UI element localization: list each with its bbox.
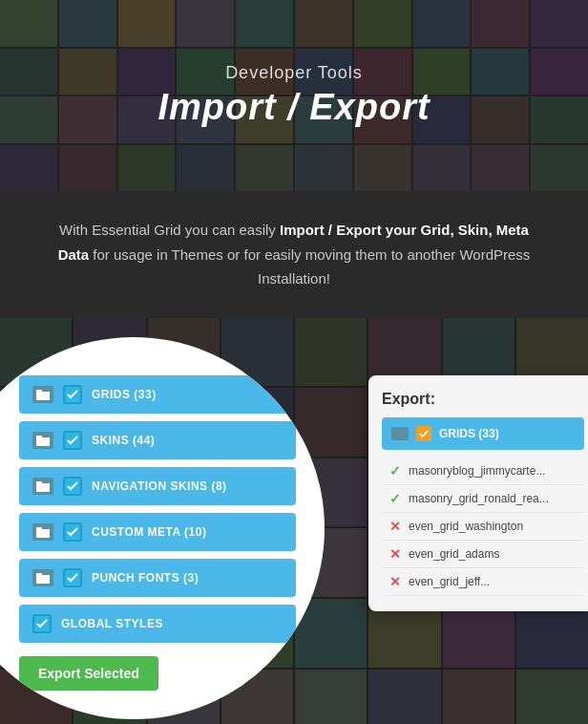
x-icon-3: ✕ (389, 546, 401, 562)
export-row-label-3: even_grid_adams (409, 547, 499, 561)
check-icon-0: ✓ (389, 463, 401, 479)
export-selected-button[interactable]: Export Selected (19, 656, 158, 691)
export-row-0: ✓ masonryblog_jimmycarte... (382, 458, 584, 485)
folder-icon-meta (32, 523, 53, 541)
checkbox-grids[interactable] (63, 385, 82, 404)
checklist-item-nav-skins[interactable]: NAVIGATION SKINS (8) (19, 467, 296, 505)
export-row-3: ✕ even_grid_adams (382, 541, 584, 568)
checklist-item-custom-meta[interactable]: CUSTOM META (10) (19, 513, 296, 551)
checklist-label-global-styles: GLOBAL STYLES (61, 617, 163, 630)
export-row-label-4: even_grid_jeff... (409, 575, 490, 588)
export-header-checkbox[interactable] (416, 426, 431, 441)
export-row-1: ✓ masonry_grid_ronald_rea... (382, 485, 584, 513)
description-text: With Essential Grid you can easily Impor… (57, 218, 531, 291)
export-folder-icon (391, 427, 409, 440)
checkbox-skins[interactable] (63, 431, 82, 450)
folder-icon (32, 386, 53, 403)
export-header-label: GRIDS (33) (439, 427, 499, 440)
x-icon-2: ✕ (389, 519, 401, 534)
checklist-label-nav-skins: NAVIGATION SKINS (8) (92, 479, 227, 493)
checklist-label-skins: SKINS (44) (92, 434, 155, 447)
content-section: GRIDS (33) SKINS (44) NAVIGATION SKINS (… (0, 318, 588, 725)
folder-icon-skins (32, 432, 53, 449)
checklist-label-grids: GRIDS (33) (92, 388, 157, 401)
checklist-label-custom-meta: CUSTOM META (10) (92, 525, 206, 539)
checklist-item-fonts[interactable]: PUNCH FONTS (3) (19, 559, 296, 597)
checkbox-global-styles[interactable] (32, 614, 52, 633)
folder-icon-fonts (32, 569, 53, 586)
svg-rect-3 (36, 436, 42, 438)
svg-rect-9 (36, 573, 42, 576)
check-icon-1: ✓ (389, 491, 401, 506)
checklist-label-fonts: PUNCH FONTS (3) (92, 571, 199, 585)
export-row-label-1: masonry_grid_ronald_rea... (409, 492, 549, 505)
svg-rect-4 (36, 483, 50, 492)
svg-rect-5 (36, 481, 42, 484)
hero-overlay: Developer Tools Import / Export (0, 0, 588, 191)
checkbox-custom-meta[interactable] (63, 522, 82, 542)
svg-rect-1 (36, 390, 42, 393)
export-row-4: ✕ even_grid_jeff... (382, 568, 584, 596)
svg-rect-2 (36, 437, 50, 446)
svg-rect-6 (36, 529, 50, 538)
export-row-label-0: masonryblog_jimmycarte... (409, 464, 545, 478)
hero-title: Import / Export (158, 87, 430, 128)
svg-rect-0 (36, 392, 50, 400)
hero-subtitle: Developer Tools (225, 63, 363, 83)
description-section: With Essential Grid you can easily Impor… (0, 191, 588, 318)
x-icon-4: ✕ (389, 574, 401, 589)
hero-section: Developer Tools Import / Export (0, 0, 588, 191)
export-panel: Export: GRIDS (33) ✓ masonryblog_jimmyca… (368, 375, 588, 611)
export-panel-header: GRIDS (33) (382, 417, 584, 450)
checklist-item-skins[interactable]: SKINS (44) (19, 421, 296, 459)
export-row-2: ✕ even_grid_washington (382, 513, 584, 541)
svg-rect-7 (36, 527, 42, 530)
checklist-item-grids[interactable]: GRIDS (33) (19, 375, 296, 414)
export-panel-label: Export: (382, 391, 584, 408)
checklist-item-global-styles[interactable]: GLOBAL STYLES (19, 605, 296, 643)
checkbox-fonts[interactable] (63, 568, 82, 587)
export-row-label-2: even_grid_washington (409, 520, 523, 533)
checkbox-nav-skins[interactable] (63, 477, 82, 496)
folder-icon-nav (32, 478, 53, 495)
svg-rect-8 (36, 575, 50, 584)
